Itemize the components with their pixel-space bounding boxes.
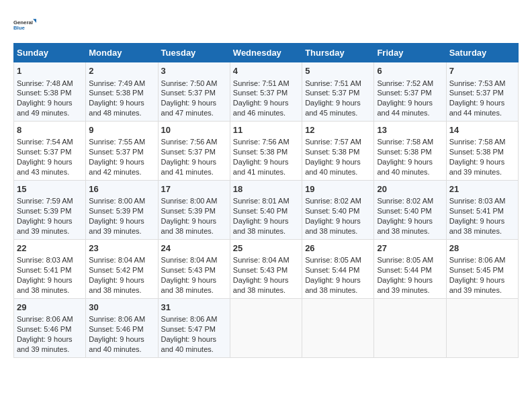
day-info-line: Sunset: 5:41 PM (449, 206, 515, 216)
day-number: 24 (161, 242, 227, 255)
calendar-cell (302, 298, 374, 357)
day-info-line: Sunset: 5:38 PM (17, 88, 83, 98)
calendar-cell: 2Sunrise: 7:49 AMSunset: 5:38 PMDaylight… (86, 62, 158, 122)
calendar-cell: 8Sunrise: 7:54 AMSunset: 5:37 PMDaylight… (14, 121, 86, 180)
day-number: 6 (377, 65, 443, 77)
day-info-line: Sunset: 5:38 PM (305, 147, 371, 157)
calendar-cell: 30Sunrise: 8:06 AMSunset: 5:46 PMDayligh… (86, 298, 158, 357)
day-info-line: and 38 minutes. (161, 285, 227, 295)
day-number: 12 (305, 124, 371, 136)
day-info-line: and 48 minutes. (89, 108, 154, 118)
day-info-line: and 38 minutes. (161, 226, 227, 236)
day-info-line: Sunrise: 8:02 AM (377, 196, 443, 206)
day-info-line: Sunrise: 7:48 AM (17, 79, 83, 89)
calendar-week-row: 8Sunrise: 7:54 AMSunset: 5:37 PMDaylight… (14, 121, 519, 180)
day-number: 4 (233, 65, 299, 77)
day-info-line: Daylight: 9 hours (305, 216, 371, 226)
day-info-line: Daylight: 9 hours (17, 216, 83, 226)
day-info-line: Sunrise: 8:01 AM (233, 196, 299, 206)
calendar-cell: 17Sunrise: 8:00 AMSunset: 5:39 PMDayligh… (158, 180, 230, 239)
day-header-thursday: Thursday (302, 44, 374, 62)
day-number: 31 (161, 302, 227, 314)
day-info-line: Sunrise: 7:57 AM (305, 137, 371, 147)
day-info-line: and 38 minutes. (233, 285, 299, 295)
day-info-line: and 39 minutes. (449, 167, 515, 177)
day-info-line: Daylight: 9 hours (377, 275, 443, 285)
day-info-line: and 49 minutes. (17, 108, 83, 118)
day-info-line: Sunset: 5:44 PM (377, 265, 443, 275)
day-info-line: Sunset: 5:40 PM (377, 206, 443, 216)
day-info-line: Sunrise: 8:06 AM (449, 255, 515, 265)
calendar-cell: 5Sunrise: 7:51 AMSunset: 5:37 PMDaylight… (302, 62, 374, 122)
day-info-line: Sunrise: 8:04 AM (233, 255, 299, 265)
day-info-line: Daylight: 9 hours (89, 275, 154, 285)
day-info-line: Daylight: 9 hours (17, 275, 83, 285)
day-number: 17 (161, 183, 227, 195)
calendar-cell: 27Sunrise: 8:05 AMSunset: 5:44 PMDayligh… (374, 239, 446, 298)
logo-svg: General Blue (13, 13, 36, 36)
calendar-cell: 10Sunrise: 7:56 AMSunset: 5:37 PMDayligh… (158, 121, 230, 180)
calendar-cell: 14Sunrise: 7:58 AMSunset: 5:38 PMDayligh… (446, 121, 518, 180)
day-info-line: Daylight: 9 hours (233, 157, 299, 167)
svg-text:Blue: Blue (13, 25, 26, 31)
day-info-line: Sunset: 5:45 PM (449, 265, 515, 275)
day-info-line: Daylight: 9 hours (89, 157, 154, 167)
day-info-line: Sunset: 5:43 PM (233, 265, 299, 275)
day-info-line: Sunset: 5:38 PM (233, 147, 299, 157)
calendar-cell: 19Sunrise: 8:02 AMSunset: 5:40 PMDayligh… (302, 180, 374, 239)
calendar-cell: 29Sunrise: 8:06 AMSunset: 5:46 PMDayligh… (14, 298, 86, 357)
day-info-line: Daylight: 9 hours (449, 216, 515, 226)
day-number: 22 (17, 242, 83, 255)
day-info-line: and 41 minutes. (161, 167, 227, 177)
day-info-line: Daylight: 9 hours (449, 275, 515, 285)
calendar-cell (446, 298, 518, 357)
day-info-line: Sunset: 5:39 PM (89, 206, 154, 216)
day-info-line: Daylight: 9 hours (17, 157, 83, 167)
day-info-line: and 39 minutes. (449, 285, 515, 295)
day-info-line: and 38 minutes. (89, 285, 154, 295)
calendar-cell: 31Sunrise: 8:06 AMSunset: 5:47 PMDayligh… (158, 298, 230, 357)
day-info-line: Sunset: 5:40 PM (233, 206, 299, 216)
day-info-line: and 39 minutes. (17, 345, 83, 355)
day-info-line: and 41 minutes. (233, 167, 299, 177)
day-info-line: Sunset: 5:42 PM (89, 265, 154, 275)
calendar-cell: 12Sunrise: 7:57 AMSunset: 5:38 PMDayligh… (302, 121, 374, 180)
day-info-line: Sunrise: 8:03 AM (449, 196, 515, 206)
day-info-line: and 44 minutes. (377, 108, 443, 118)
day-info-line: Sunset: 5:38 PM (449, 147, 515, 157)
day-number: 8 (17, 124, 83, 136)
calendar-header-row: SundayMondayTuesdayWednesdayThursdayFrid… (14, 44, 519, 62)
calendar-cell: 15Sunrise: 7:59 AMSunset: 5:39 PMDayligh… (14, 180, 86, 239)
day-info-line: Daylight: 9 hours (233, 98, 299, 108)
day-number: 13 (377, 124, 443, 136)
day-info-line: Sunrise: 7:58 AM (449, 137, 515, 147)
day-number: 26 (305, 242, 371, 255)
calendar-cell: 22Sunrise: 8:03 AMSunset: 5:41 PMDayligh… (14, 239, 86, 298)
day-info-line: Sunset: 5:37 PM (161, 147, 227, 157)
day-info-line: and 39 minutes. (89, 226, 154, 236)
calendar-cell: 24Sunrise: 8:04 AMSunset: 5:43 PMDayligh… (158, 239, 230, 298)
day-info-line: Sunrise: 8:06 AM (89, 314, 154, 324)
day-info-line: Daylight: 9 hours (305, 275, 371, 285)
calendar-cell: 7Sunrise: 7:53 AMSunset: 5:37 PMDaylight… (446, 62, 518, 122)
day-info-line: and 46 minutes. (233, 108, 299, 118)
day-info-line: Sunset: 5:38 PM (89, 88, 154, 98)
day-number: 15 (17, 183, 83, 195)
day-info-line: and 42 minutes. (89, 167, 154, 177)
day-info-line: and 40 minutes. (89, 345, 154, 355)
day-number: 28 (449, 242, 515, 255)
day-number: 23 (89, 242, 154, 255)
day-info-line: Sunrise: 7:49 AM (89, 79, 154, 89)
day-info-line: Sunset: 5:37 PM (161, 88, 227, 98)
day-info-line: Sunrise: 7:53 AM (449, 79, 515, 89)
day-info-line: and 38 minutes. (233, 226, 299, 236)
calendar-cell: 6Sunrise: 7:52 AMSunset: 5:37 PMDaylight… (374, 62, 446, 122)
day-info-line: Daylight: 9 hours (161, 98, 227, 108)
calendar-table: SundayMondayTuesdayWednesdayThursdayFrid… (13, 43, 519, 358)
day-number: 30 (89, 302, 154, 314)
day-info-line: Sunrise: 8:04 AM (161, 255, 227, 265)
day-info-line: Sunrise: 8:04 AM (89, 255, 154, 265)
day-number: 21 (449, 183, 515, 195)
day-info-line: Sunset: 5:39 PM (17, 206, 83, 216)
calendar-cell: 21Sunrise: 8:03 AMSunset: 5:41 PMDayligh… (446, 180, 518, 239)
